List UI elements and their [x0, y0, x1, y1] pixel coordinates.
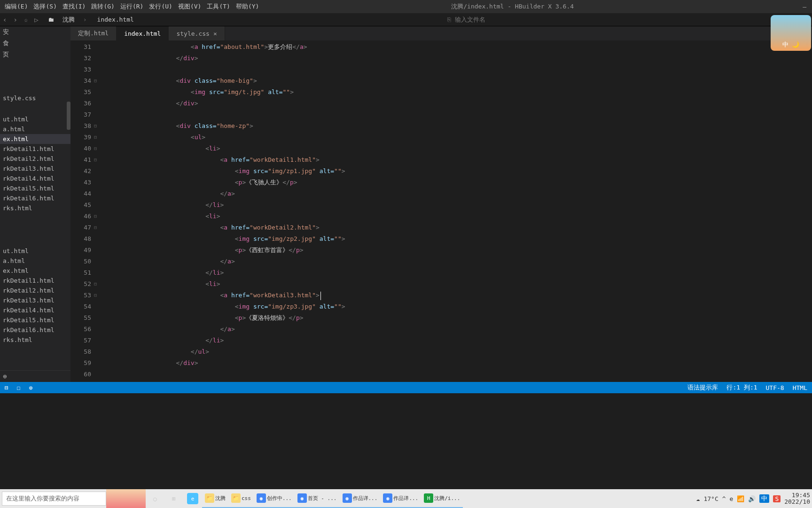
- breadcrumb-file[interactable]: index.html: [97, 16, 134, 23]
- menu-view[interactable]: 视图(V): [175, 0, 204, 13]
- sidebar-item[interactable]: rkDetail6.html: [0, 325, 70, 335]
- code-line[interactable]: <a href="workDetail2.html">: [102, 222, 812, 233]
- code-line[interactable]: <li>: [102, 211, 812, 222]
- code-line[interactable]: </a>: [102, 256, 812, 267]
- code-line[interactable]: <li>: [102, 278, 812, 290]
- status-hint[interactable]: 语法提示库: [687, 383, 718, 392]
- sidebar-item[interactable]: rkDetail4.html: [0, 174, 70, 183]
- code-line[interactable]: </li>: [102, 335, 812, 346]
- sidebar-item[interactable]: ut.html: [0, 114, 70, 124]
- tray-weather[interactable]: 17°C: [703, 495, 718, 502]
- code-line[interactable]: </a>: [102, 188, 812, 199]
- fold-icon[interactable]: ⊟: [94, 75, 100, 87]
- fold-icon[interactable]: [94, 41, 100, 53]
- sidebar-item[interactable]: rkDetail1.html: [0, 276, 70, 286]
- tray-weather-icon[interactable]: ☁: [696, 495, 700, 502]
- fold-icon[interactable]: [94, 301, 100, 312]
- sidebar-item[interactable]: rks.html: [0, 335, 70, 345]
- code-line[interactable]: [102, 109, 812, 120]
- code-line[interactable]: </div>: [102, 357, 812, 369]
- tray-sogou-icon[interactable]: S: [773, 495, 781, 502]
- fold-icon[interactable]: [94, 357, 100, 369]
- fold-icon[interactable]: [94, 324, 100, 335]
- sidebar-item[interactable]: 食: [0, 38, 70, 49]
- taskbar-app[interactable]: ◉作品详...: [340, 489, 381, 508]
- tab-stylecss[interactable]: style.css×: [169, 26, 225, 40]
- menu-help[interactable]: 帮助(Y): [233, 0, 262, 13]
- fold-icon[interactable]: [94, 98, 100, 109]
- taskbar-app-edge[interactable]: e: [183, 489, 202, 508]
- breadcrumb-project[interactable]: 沈腾: [62, 16, 75, 24]
- fold-icon[interactable]: [94, 177, 100, 188]
- sidebar-item[interactable]: ut.html: [0, 246, 70, 256]
- code-line[interactable]: <li>: [102, 143, 812, 154]
- fold-icon[interactable]: [94, 87, 100, 98]
- code-line[interactable]: </div>: [102, 98, 812, 109]
- source[interactable]: <a href="about.html">更多介绍</a> </div> <di…: [100, 40, 812, 382]
- sidebar-item[interactable]: rkDetail4.html: [0, 305, 70, 315]
- code-line[interactable]: </ul>: [102, 346, 812, 357]
- fold-icon[interactable]: ⊟: [94, 120, 100, 132]
- code-line[interactable]: <ul>: [102, 132, 812, 143]
- code-line[interactable]: [102, 369, 812, 380]
- tray-clock[interactable]: 19:452022/10: [784, 492, 810, 506]
- fold-icon[interactable]: [94, 335, 100, 346]
- folder-icon[interactable]: 🖿: [48, 16, 54, 23]
- fold-icon[interactable]: ⊟: [94, 278, 100, 290]
- fold-icon[interactable]: [94, 64, 100, 75]
- code-line[interactable]: <img src="img/zp2.jpg" alt="">: [102, 233, 812, 245]
- sidebar-item[interactable]: a.html: [0, 256, 70, 266]
- status-language[interactable]: HTML: [793, 384, 807, 391]
- fold-icon[interactable]: [94, 346, 100, 357]
- code-line[interactable]: <img src="img/zp3.jpg" alt="">: [102, 301, 812, 312]
- code-line[interactable]: <img src="img/t.jpg" alt="">: [102, 87, 812, 98]
- menu-release[interactable]: 发行(U): [146, 0, 175, 13]
- sidebar-item[interactable]: rkDetail1.html: [0, 144, 70, 154]
- status-icon[interactable]: ⊟: [5, 384, 8, 391]
- code-line[interactable]: <div class="home-zp">: [102, 120, 812, 132]
- sidebar-item[interactable]: rkDetail5.html: [0, 183, 70, 193]
- sidebar-item[interactable]: rkDetail5.html: [0, 315, 70, 325]
- code-line[interactable]: [102, 64, 812, 75]
- sidebar-item[interactable]: rkDetail2.html: [0, 286, 70, 295]
- sidebar-item[interactable]: rkDetail2.html: [0, 154, 70, 164]
- taskbar-app[interactable]: 📁沈腾: [202, 489, 228, 508]
- menu-select[interactable]: 选择(S): [31, 0, 59, 13]
- tray-chevron-up-icon[interactable]: ^: [722, 495, 726, 502]
- code-line[interactable]: <a href="about.html">更多介绍</a>: [102, 41, 812, 53]
- play-icon[interactable]: ▷: [34, 16, 38, 24]
- code-area[interactable]: 3132333435363738394041424344454647484950…: [70, 40, 812, 382]
- menu-edit[interactable]: 编辑(E): [2, 0, 31, 13]
- weather-widget[interactable]: 中 🌙: [771, 15, 811, 51]
- sidebar-item-stylecss[interactable]: style.css: [0, 93, 70, 103]
- code-line[interactable]: <a href="workDetail3.html">: [102, 290, 812, 301]
- tray-network-icon[interactable]: 📶: [737, 495, 744, 502]
- status-encoding[interactable]: UTF-8: [766, 384, 784, 391]
- search-input[interactable]: [455, 16, 502, 23]
- tray-ime[interactable]: 中: [759, 494, 769, 503]
- code-line[interactable]: <p>《西虹市首富》</p>: [102, 245, 812, 256]
- status-icon[interactable]: ⊚: [29, 384, 33, 391]
- menu-run[interactable]: 运行(R): [117, 0, 146, 13]
- fold-icon[interactable]: ⊟: [94, 132, 100, 143]
- code-line[interactable]: <img src="img/zp1.jpg" alt="">: [102, 166, 812, 177]
- code-line[interactable]: <a href="workDetail1.html">: [102, 154, 812, 166]
- sidebar-item[interactable]: rks.html: [0, 203, 70, 213]
- sidebar-item[interactable]: rkDetail3.html: [0, 295, 70, 305]
- taskbar-search[interactable]: 在这里输入你要搜索的内容: [2, 492, 106, 506]
- status-icon[interactable]: ☐: [17, 384, 21, 391]
- fold-icon[interactable]: ⊟: [94, 154, 100, 166]
- fold-icon[interactable]: [94, 245, 100, 256]
- code-line[interactable]: </li>: [102, 267, 812, 278]
- tab-dingzhi[interactable]: 定制.html: [70, 26, 117, 40]
- fold-icon[interactable]: ⊟: [94, 211, 100, 222]
- menu-find[interactable]: 查找(I): [60, 0, 88, 13]
- tray-edge-icon[interactable]: e: [730, 495, 734, 502]
- close-icon[interactable]: ×: [213, 30, 217, 37]
- star-icon[interactable]: ☆: [24, 16, 28, 24]
- code-line[interactable]: </a>: [102, 324, 812, 335]
- fold-icon[interactable]: ⊟: [94, 143, 100, 154]
- forward-icon[interactable]: ›: [13, 16, 17, 24]
- fold-icon[interactable]: ⊟: [94, 222, 100, 233]
- fold-icon[interactable]: ⊟: [94, 290, 100, 301]
